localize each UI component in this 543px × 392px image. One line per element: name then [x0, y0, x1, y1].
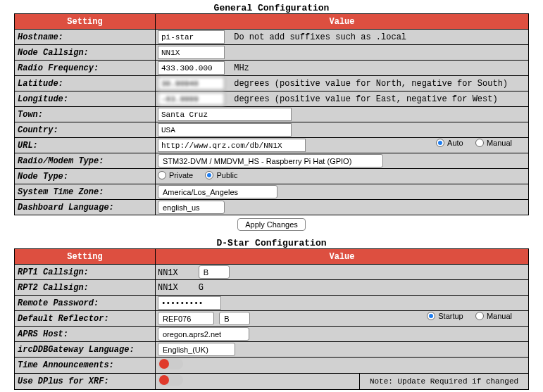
hostname-label: Hostname:: [15, 30, 156, 45]
callsign-label: Node Callsign:: [15, 45, 156, 61]
rpt2-label: RPT2 Callsign:: [15, 280, 156, 296]
dplus-toggle[interactable]: [158, 374, 183, 386]
aprs-label: APRS Host:: [15, 327, 156, 342]
dashlang-label: Dashboard Language:: [15, 200, 156, 215]
timezone-select[interactable]: America/Los_Angeles: [158, 185, 277, 198]
url-label: URL:: [15, 138, 156, 153]
url-auto-radio[interactable]: Auto: [436, 139, 463, 147]
timezone-label: System Time Zone:: [15, 184, 156, 200]
latitude-hint: degrees (positive value for North, negat…: [234, 79, 508, 89]
modem-select[interactable]: STM32-DVM / MMDVM_HS - Raspberry Pi Hat …: [158, 154, 383, 167]
dplus-label: Use DPlus for XRF:: [15, 374, 156, 390]
aprs-host-select[interactable]: oregon.aprs2.net: [158, 327, 249, 341]
dplus-note: Note: Update Required if changed: [359, 374, 528, 390]
longitude-hint: degrees (positive value for East, negati…: [234, 94, 497, 104]
reflector-label: Default Reflector:: [15, 311, 156, 327]
dstar-header-value: Value: [156, 249, 529, 265]
dstar-config-title: D-Star Configuration: [14, 238, 529, 248]
general-header-value: Value: [156, 14, 529, 30]
url-manual-radio[interactable]: Manual: [475, 139, 512, 147]
rpt1-module-select[interactable]: B: [199, 265, 230, 279]
country-input[interactable]: [158, 123, 292, 137]
url-input[interactable]: [158, 139, 306, 152]
general-config-title: General Configuration: [14, 3, 529, 13]
rpt1-callsign-text: NN1X: [158, 268, 178, 278]
callsign-input[interactable]: [158, 46, 225, 59]
rpt2-callsign-text: NN1X: [158, 283, 178, 293]
longitude-label: Longitude:: [15, 91, 156, 107]
nodetype-label: Node Type:: [15, 169, 156, 184]
irclang-select[interactable]: English_(UK): [158, 343, 235, 356]
nodetype-private-radio[interactable]: Private: [158, 171, 193, 179]
radiofreq-hint: MHz: [234, 63, 249, 73]
nodetype-public-radio[interactable]: Public: [205, 171, 237, 179]
reflector-startup-radio[interactable]: Startup: [427, 312, 463, 320]
rpt1-label: RPT1 Callsign:: [15, 265, 156, 280]
country-label: Country:: [15, 122, 156, 138]
dstar-header-setting: Setting: [15, 249, 156, 265]
general-config-table: Setting Value Hostname: Do not add suffi…: [14, 13, 529, 215]
town-label: Town:: [15, 107, 156, 122]
remotepw-label: Remote Password:: [15, 296, 156, 311]
hostname-input[interactable]: [158, 30, 225, 44]
irclang-label: ircDDBGateway Language:: [15, 342, 156, 358]
latitude-input[interactable]: [158, 77, 225, 90]
hostname-hint: Do not add suffixes such as .local: [234, 32, 406, 42]
general-apply-button[interactable]: Apply Changes: [237, 218, 306, 231]
remotepw-input[interactable]: [158, 296, 221, 310]
reflector-module-select[interactable]: B: [219, 312, 250, 325]
reflector-manual-radio[interactable]: Manual: [475, 312, 512, 320]
reflector-name-select[interactable]: REF076: [158, 312, 214, 325]
dstar-config-table: Setting Value RPT1 Callsign: NN1X B RPT2…: [14, 248, 529, 390]
timeann-toggle[interactable]: [158, 358, 183, 369]
rpt2-suffix-text: G: [199, 283, 204, 293]
modem-label: Radio/Modem Type:: [15, 153, 156, 169]
radiofreq-label: Radio Frequency:: [15, 61, 156, 76]
general-header-setting: Setting: [15, 14, 156, 30]
town-input[interactable]: [158, 108, 292, 121]
dashlang-select[interactable]: english_us: [158, 201, 225, 214]
longitude-input[interactable]: [158, 92, 225, 106]
latitude-label: Latitude:: [15, 76, 156, 91]
timeann-label: Time Announcements:: [15, 358, 156, 374]
radiofreq-input[interactable]: [158, 61, 225, 75]
